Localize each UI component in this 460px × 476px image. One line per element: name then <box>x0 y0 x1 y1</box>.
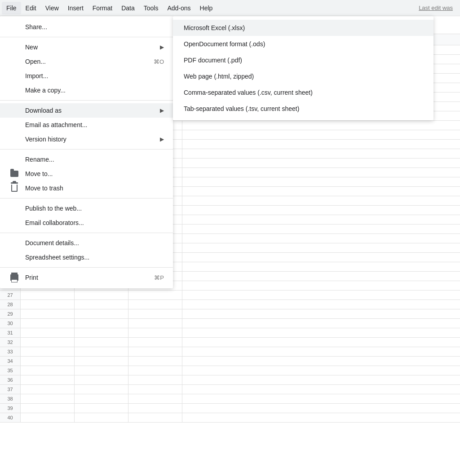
menu-format[interactable]: Format <box>88 2 117 14</box>
menu-tools[interactable]: Tools <box>139 2 163 14</box>
grid-row: 40 <box>0 413 460 423</box>
menu-view[interactable]: View <box>41 2 63 14</box>
print-icon <box>9 274 20 281</box>
menu-item-document-details[interactable]: Document details... <box>0 236 173 250</box>
menu-item-spreadsheet-settings[interactable]: Spreadsheet settings... <box>0 250 173 264</box>
download-ods[interactable]: OpenDocument format (.ods) <box>173 36 433 52</box>
grid-row: 31 <box>0 328 460 338</box>
menu-item-share[interactable]: Share... <box>0 20 173 34</box>
separator <box>0 198 173 198</box>
grid-row: 33 <box>0 347 460 357</box>
menu-insert[interactable]: Insert <box>63 2 88 14</box>
menu-item-email-attachment[interactable]: Email as attachment... <box>0 118 173 132</box>
grid-row: 38 <box>0 394 460 404</box>
menu-item-make-copy[interactable]: Make a copy... <box>0 83 173 97</box>
grid-row: 34 <box>0 357 460 366</box>
separator <box>0 233 173 233</box>
grid-row: 39 <box>0 404 460 413</box>
arrow-icon: ▶ <box>160 44 164 50</box>
menu-help[interactable]: Help <box>195 2 217 14</box>
grid-row: 27 <box>0 291 460 300</box>
menu-item-move-trash[interactable]: Move to trash <box>0 181 173 195</box>
menu-data[interactable]: Data <box>117 2 139 14</box>
grid-row: 30 <box>0 319 460 328</box>
separator <box>0 267 173 268</box>
grid-row: 36 <box>0 375 460 385</box>
last-edit-text[interactable]: Last edit was <box>419 4 458 11</box>
download-csv[interactable]: Comma-separated values (.csv, current sh… <box>173 84 433 101</box>
menu-item-download-as[interactable]: Download as ▶ <box>0 103 173 118</box>
grid-row: 37 <box>0 385 460 394</box>
menu-item-version-history[interactable]: Version history ▶ <box>0 132 173 146</box>
menu-item-open[interactable]: Open... ⌘O <box>0 54 173 69</box>
folder-icon <box>9 171 20 177</box>
grid-row: 35 <box>0 366 460 375</box>
menu-item-print[interactable]: Print ⌘P <box>0 270 173 285</box>
menu-item-new[interactable]: New ▶ <box>0 40 173 54</box>
separator <box>0 149 173 150</box>
grid-row: 29 <box>0 309 460 319</box>
menu-item-publish-web[interactable]: Publish to the web... <box>0 201 173 216</box>
trash-icon <box>9 185 20 192</box>
menu-edit[interactable]: Edit <box>21 2 41 14</box>
download-as-submenu: Microsoft Excel (.xlsx) OpenDocument for… <box>173 16 433 120</box>
download-xlsx[interactable]: Microsoft Excel (.xlsx) <box>173 20 433 36</box>
menu-item-import[interactable]: Import... <box>0 69 173 83</box>
arrow-icon: ▶ <box>160 107 164 114</box>
grid-row: 32 <box>0 338 460 347</box>
menu-item-move-to[interactable]: Move to... <box>0 167 173 181</box>
menu-item-email-collaborators[interactable]: Email collaborators... <box>0 216 173 230</box>
separator <box>0 100 173 101</box>
file-dropdown-menu: Share... New ▶ Open... ⌘O Import... Make… <box>0 16 173 288</box>
menu-bar: File Edit View Insert Format Data Tools … <box>0 0 460 16</box>
grid-row: 28 <box>0 300 460 309</box>
menu-addons[interactable]: Add-ons <box>163 2 195 14</box>
separator <box>0 37 173 37</box>
arrow-icon: ▶ <box>160 136 164 142</box>
download-html[interactable]: Web page (.html, zipped) <box>173 68 433 84</box>
menu-item-rename[interactable]: Rename... <box>0 152 173 167</box>
menu-file[interactable]: File <box>2 2 21 14</box>
download-tsv[interactable]: Tab-separated values (.tsv, current shee… <box>173 101 433 117</box>
download-pdf[interactable]: PDF document (.pdf) <box>173 52 433 68</box>
